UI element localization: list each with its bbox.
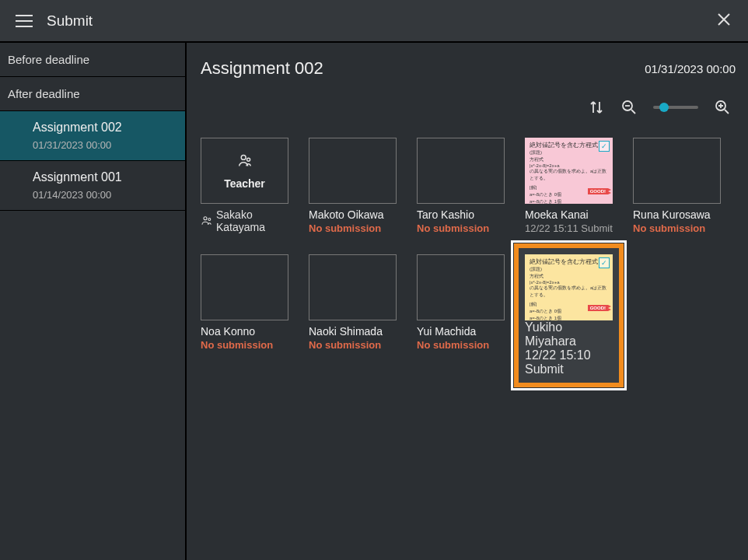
teacher-card[interactable]: Teacher Sakako Katayama <box>201 138 288 234</box>
student-card[interactable]: Makoto Oikawa No submission <box>309 138 397 234</box>
page-title: Assignment 002 <box>201 58 323 79</box>
zoom-out-icon[interactable] <box>620 99 638 116</box>
student-thumb-empty <box>417 138 505 204</box>
zoom-slider-handle[interactable] <box>659 103 669 112</box>
svg-point-4 <box>204 217 207 220</box>
assignment-date: 01/14/2023 00:00 <box>33 189 177 201</box>
student-status: 12/22 15:11 Submit <box>525 222 613 234</box>
menu-icon[interactable] <box>16 15 33 27</box>
assignment-date: 01/31/2023 00:00 <box>33 139 177 151</box>
student-thumb-empty <box>309 138 397 204</box>
student-card[interactable]: Yui Machida No submission <box>417 254 505 376</box>
student-name: Yui Machida <box>417 325 505 338</box>
check-icon: ✓ <box>599 141 610 152</box>
student-name: Naoki Shimada <box>309 325 397 338</box>
student-status: No submission <box>417 339 505 351</box>
good-badge: GOOD! <box>588 305 608 311</box>
student-name: Taro Kashio <box>417 208 505 221</box>
section-before-deadline[interactable]: Before deadline <box>0 43 185 77</box>
student-thumb-empty <box>417 254 505 320</box>
sidebar: Before deadline After deadline Assignmen… <box>0 43 187 560</box>
student-thumb-empty <box>201 254 288 320</box>
student-status: No submission <box>201 339 288 351</box>
submission-grid: Teacher Sakako Katayama Makoto Oikawa No… <box>201 138 736 376</box>
student-thumb-empty <box>309 254 397 320</box>
student-status: No submission <box>309 222 397 234</box>
student-thumb-empty <box>633 138 721 204</box>
student-status: No submission <box>309 339 397 351</box>
student-card[interactable]: Naoki Shimada No submission <box>309 254 397 376</box>
toolbar <box>201 99 736 116</box>
student-name: Yukiho Miyahara <box>525 320 613 348</box>
doc-title: 絶対値記号を含む方程式 <box>530 141 608 149</box>
student-card[interactable]: Taro Kashio No submission <box>417 138 505 234</box>
student-name: Noa Konno <box>201 325 288 338</box>
svg-point-3 <box>246 158 250 161</box>
zoom-slider[interactable] <box>653 106 698 109</box>
sidebar-assignment-001[interactable]: Assignment 001 01/14/2023 00:00 <box>0 161 185 211</box>
student-card-highlighted[interactable]: 絶対値記号を含む方程式 (課題) 方程式 |x²-2x-8|=2x+a の異なる… <box>514 243 624 387</box>
app-title: Submit <box>47 12 93 30</box>
teacher-label: Teacher <box>224 177 265 190</box>
main-content: Assignment 002 01/31/2023 00:00 <box>187 43 748 560</box>
zoom-in-icon[interactable] <box>714 99 731 116</box>
student-status: No submission <box>417 222 505 234</box>
good-badge: GOOD! <box>588 188 608 194</box>
teacher-icon <box>236 152 253 173</box>
doc-title: 絶対値記号を含む方程式 <box>530 257 608 266</box>
top-bar: Submit <box>0 0 748 43</box>
student-thumb-submitted: 絶対値記号を含む方程式 (課題) 方程式 |x²-2x-8|=2x+a の異なる… <box>525 138 613 204</box>
close-button[interactable] <box>711 5 736 37</box>
teacher-name: Sakako Katayama <box>216 208 288 233</box>
assignment-title: Assignment 001 <box>33 170 177 184</box>
deadline-text: 01/31/2023 00:00 <box>645 62 736 75</box>
check-icon: ✓ <box>599 257 610 268</box>
student-status: No submission <box>633 222 721 234</box>
people-icon <box>201 215 213 227</box>
student-card[interactable]: Noa Konno No submission <box>201 254 288 376</box>
student-card[interactable]: Runa Kurosawa No submission <box>633 138 721 234</box>
student-name: Makoto Oikawa <box>309 208 397 221</box>
student-status: 12/22 15:10 Submit <box>525 348 613 376</box>
svg-point-5 <box>208 219 211 221</box>
student-name: Runa Kurosawa <box>633 208 721 221</box>
teacher-thumb: Teacher <box>201 138 288 204</box>
student-name: Moeka Kanai <box>525 208 613 221</box>
student-card[interactable]: 絶対値記号を含む方程式 (課題) 方程式 |x²-2x-8|=2x+a の異なる… <box>525 138 613 234</box>
svg-point-2 <box>241 155 246 159</box>
student-thumb-submitted: 絶対値記号を含む方程式 (課題) 方程式 |x²-2x-8|=2x+a の異なる… <box>525 254 613 320</box>
sort-icon[interactable] <box>588 99 605 116</box>
section-after-deadline[interactable]: After deadline <box>0 77 185 111</box>
assignment-title: Assignment 002 <box>33 121 177 135</box>
sidebar-assignment-002[interactable]: Assignment 002 01/31/2023 00:00 <box>0 111 185 161</box>
